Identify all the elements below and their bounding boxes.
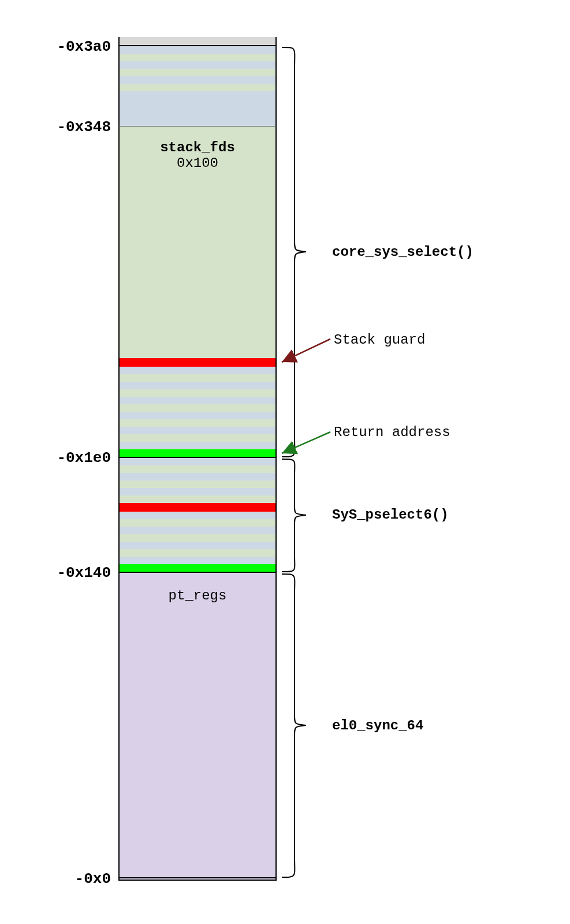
stack-stripe <box>118 557 277 564</box>
stack-fds-size: 0x100 <box>177 155 218 171</box>
stack-stripe <box>118 458 277 465</box>
addr-label: -0x1e0 <box>57 449 111 467</box>
stack-stripe <box>118 389 277 397</box>
stack-stripe <box>118 527 277 534</box>
divider <box>118 126 277 126</box>
divider <box>118 45 277 46</box>
stack-guard-bar <box>118 503 277 512</box>
stack-stripe <box>118 434 277 442</box>
addr-label: -0x3a0 <box>57 38 111 55</box>
pt-regs-label: pt_regs <box>118 588 277 603</box>
stack-stripe <box>118 542 277 549</box>
stack-stripe <box>118 397 277 404</box>
stack-stripe <box>118 519 277 527</box>
stack-stripe <box>118 412 277 419</box>
addr-label: -0x348 <box>57 118 111 136</box>
brace-icon <box>282 574 306 877</box>
stack-fds-name: stack_fds <box>160 140 235 155</box>
stack-stripe <box>118 61 277 69</box>
stack-stripe <box>118 495 277 503</box>
brace-label-sys-pselect6: SyS_pselect6() <box>332 507 449 523</box>
stack-stripe <box>118 54 277 61</box>
stack-stripe <box>118 473 277 480</box>
arrow-icon <box>282 339 330 362</box>
stack-stripe <box>118 465 277 473</box>
brace-icon <box>282 47 306 457</box>
divider <box>118 877 277 878</box>
divider <box>118 572 277 573</box>
stack-stripe <box>118 480 277 488</box>
stack-stripe <box>118 442 277 449</box>
stack-diagram: -0x3a0 -0x348 -0x1e0 -0x140 -0x0 stack_f… <box>12 12 570 912</box>
brace-label-core-sys-select: core_sys_select() <box>332 244 474 260</box>
brace-label-el0-sync-64: el0_sync_64 <box>332 718 423 733</box>
stack-fds-label: stack_fds 0x100 <box>118 140 277 171</box>
return-address-label: Return address <box>334 424 450 440</box>
addr-label: -0x140 <box>57 564 111 582</box>
stack-guard-bar <box>118 358 277 367</box>
stack-stripe <box>118 76 277 84</box>
stack-stripe <box>118 549 277 557</box>
stack-stripe <box>118 488 277 495</box>
stack-stripe <box>118 84 277 91</box>
stack-stripe <box>118 419 277 427</box>
stack-stripe <box>118 367 277 374</box>
stack-stripe <box>118 69 277 76</box>
stack-stripe <box>118 512 277 519</box>
stack-stripe <box>118 91 277 126</box>
stack-stripe <box>118 46 277 54</box>
divider <box>118 457 277 458</box>
stack-stripe <box>118 404 277 412</box>
stack-stripe <box>118 427 277 434</box>
stack-guard-label: Stack guard <box>334 332 425 348</box>
stack-stripe <box>118 534 277 542</box>
addr-label: -0x0 <box>75 870 111 888</box>
stack-stripe <box>118 382 277 389</box>
stack-stripe <box>118 374 277 382</box>
brace-icon <box>282 459 306 572</box>
arrow-icon <box>282 432 330 453</box>
